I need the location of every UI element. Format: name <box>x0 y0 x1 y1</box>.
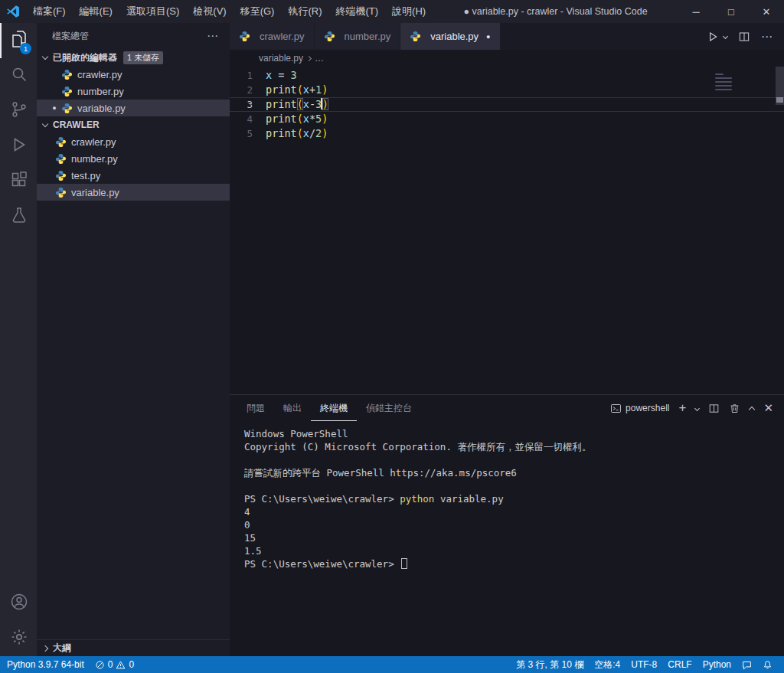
run-python-file-button[interactable] <box>707 31 719 43</box>
code-text: x = 3 <box>266 68 297 83</box>
panel-tab[interactable]: 偵錯主控台 <box>357 395 421 421</box>
python-file-icon <box>61 86 73 97</box>
run-debug-activity-button[interactable] <box>0 129 37 164</box>
maximize-panel-chevron-icon[interactable] <box>749 407 755 413</box>
breadcrumb-more[interactable]: … <box>315 53 324 64</box>
menu-item[interactable]: 終端機(T) <box>328 0 385 23</box>
titlebar: 檔案(F)編輯(E)選取項目(S)檢視(V)移至(G)執行(R)終端機(T)說明… <box>0 0 784 23</box>
status-indentation[interactable]: 空格:4 <box>589 656 626 673</box>
split-editor-button[interactable] <box>738 31 750 43</box>
overview-ruler-cursor-mark <box>776 97 783 103</box>
close-button[interactable]: ✕ <box>749 0 784 23</box>
menu-item[interactable]: 說明(H) <box>385 0 433 23</box>
split-terminal-button[interactable] <box>708 403 720 414</box>
status-cursor-position[interactable]: 第 3 行, 第 10 欄 <box>511 656 589 673</box>
file-tree-item[interactable]: number.py <box>37 150 230 167</box>
bell-icon[interactable] <box>757 656 778 673</box>
code-token: ) <box>322 127 328 139</box>
modified-dot: ● <box>486 33 490 41</box>
code-token: 5 <box>315 113 322 125</box>
line-number[interactable]: 3 <box>230 97 266 112</box>
open-editor-item[interactable]: number.py <box>37 83 230 100</box>
code-text: print(x+1) <box>266 83 328 97</box>
editor-tab[interactable]: number.py <box>315 23 401 50</box>
terminal-command: python <box>400 493 434 505</box>
open-editor-item[interactable]: ●variable.py <box>37 100 230 116</box>
code-editor[interactable]: 1x = 32print(x+1)3print(x-3)4print(x*5)5… <box>230 67 784 394</box>
tab-label: number.py <box>345 31 391 42</box>
status-language-mode[interactable]: Python <box>697 656 737 673</box>
line-number[interactable]: 2 <box>230 83 266 97</box>
panel-tab[interactable]: 問題 <box>237 395 274 421</box>
editor-more-actions-icon[interactable]: ⋯ <box>761 30 773 44</box>
python-file-icon <box>239 31 250 42</box>
code-token: x <box>303 83 309 96</box>
source-control-activity-button[interactable] <box>0 93 37 129</box>
code-line[interactable]: 1x = 3 <box>230 68 784 83</box>
panel-tab[interactable]: 終端機 <box>311 395 357 421</box>
terminal-cursor <box>401 558 407 569</box>
new-terminal-button[interactable]: + <box>678 400 686 416</box>
terminal-output[interactable]: Windows PowerShellCopyright (C) Microsof… <box>230 421 784 656</box>
shell-selector[interactable]: powershell <box>610 403 669 414</box>
code-token: ) <box>322 113 328 125</box>
folder-section-header[interactable]: CRAWLER <box>37 116 230 133</box>
outline-section-header[interactable]: 大綱 <box>37 639 230 656</box>
explorer-more-actions-icon[interactable]: ⋯ <box>207 29 219 43</box>
terminal-dropdown-chevron-icon[interactable] <box>694 405 700 410</box>
search-icon <box>10 65 28 87</box>
sidebar-explorer: 檔案總管 ⋯ 已開啟的編輯器 1 未儲存 crawler.pynumber.py… <box>37 23 230 656</box>
menu-item[interactable]: 編輯(E) <box>73 0 119 23</box>
status-python-interpreter[interactable]: Python 3.9.7 64-bit <box>0 656 90 673</box>
file-name: crawler.py <box>71 136 116 148</box>
testing-activity-button[interactable] <box>0 199 37 234</box>
extensions-activity-button[interactable] <box>0 164 37 199</box>
explorer-badge: 1 <box>20 43 31 54</box>
code-line[interactable]: 4print(x*5) <box>230 112 784 126</box>
editor-tab[interactable]: crawler.py <box>230 23 315 50</box>
menu-item[interactable]: 檢視(V) <box>186 0 233 23</box>
terminal-line: 1.5 <box>244 544 784 557</box>
menu-item[interactable]: 執行(R) <box>281 0 328 23</box>
account-button[interactable] <box>0 586 37 621</box>
menu-item[interactable]: 移至(G) <box>234 0 282 23</box>
minimap-line <box>715 77 732 80</box>
minimize-button[interactable]: ─ <box>678 0 714 23</box>
run-dropdown-chevron-icon[interactable] <box>723 34 728 39</box>
status-eol[interactable]: CRLF <box>662 656 697 673</box>
kill-terminal-button[interactable] <box>729 403 740 414</box>
maximize-button[interactable]: □ <box>714 0 749 23</box>
folder-label: CRAWLER <box>53 119 100 130</box>
panel-tab[interactable]: 輸出 <box>274 395 311 421</box>
explorer-activity-button[interactable]: 1 <box>0 23 37 58</box>
search-activity-button[interactable] <box>0 58 37 93</box>
open-editors-section-header[interactable]: 已開啟的編輯器 1 未儲存 <box>37 49 230 66</box>
code-line[interactable]: 2print(x+1) <box>230 83 784 97</box>
line-number[interactable]: 4 <box>230 112 266 126</box>
status-encoding[interactable]: UTF-8 <box>626 656 662 673</box>
file-tree-item[interactable]: crawler.py <box>37 133 230 150</box>
file-tree-item[interactable]: variable.py <box>37 184 230 201</box>
modified-dot: ● <box>47 104 61 112</box>
window-title: ● variable.py - crawler - Visual Studio … <box>433 6 678 17</box>
menu-item[interactable]: 選取項目(S) <box>119 0 186 23</box>
code-line[interactable]: 3print(x-3) <box>230 97 784 112</box>
breadcrumb-file[interactable]: variable.py <box>259 53 303 64</box>
minimap[interactable] <box>715 71 770 93</box>
line-number[interactable]: 1 <box>230 68 266 83</box>
code-token: print <box>266 113 297 125</box>
python-file-icon <box>243 53 254 64</box>
feedback-icon[interactable] <box>737 656 757 673</box>
editor-tab[interactable]: variable.py● <box>400 23 500 50</box>
settings-button[interactable] <box>0 621 37 656</box>
code-token: 1 <box>315 83 322 96</box>
code-token: ) <box>322 83 328 96</box>
code-line[interactable]: 5print(x/2) <box>230 126 784 141</box>
file-tree-item[interactable]: test.py <box>37 167 230 184</box>
menu-item[interactable]: 檔案(F) <box>26 0 73 23</box>
unsaved-count-badge: 1 未儲存 <box>123 51 163 64</box>
open-editor-item[interactable]: crawler.py <box>37 66 230 83</box>
line-number[interactable]: 5 <box>230 126 266 141</box>
close-panel-icon[interactable]: ✕ <box>763 401 773 415</box>
status-problems[interactable]: 00 <box>90 656 139 673</box>
